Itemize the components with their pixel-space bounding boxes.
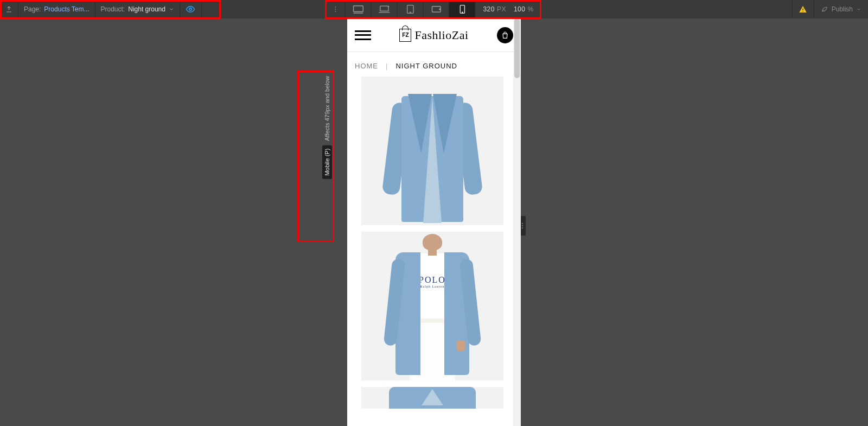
tablet-icon — [406, 4, 414, 14]
upload-icon — [5, 5, 12, 13]
desktop-icon — [352, 5, 364, 14]
canvas-zoom: 100 — [514, 5, 526, 13]
breadcrumb-separator: | — [386, 62, 388, 70]
publish-label: Publish — [832, 5, 853, 13]
eye-icon — [186, 4, 195, 14]
rocket-icon — [821, 5, 828, 13]
canvas-width-unit: PX — [497, 5, 506, 13]
page-value: Products Tem... — [44, 5, 89, 13]
cardigan-illustration — [386, 90, 478, 225]
breadcrumb-current: NIGHT GROUND — [395, 62, 457, 70]
publish-button[interactable]: Publish — [814, 0, 868, 18]
canvas: FZ FashlioZai HOME | NIGHT GROUND — [0, 18, 868, 426]
svg-rect-4 — [353, 6, 363, 12]
product-image[interactable] — [361, 77, 503, 225]
product-image-list: POLORalph Lauren — [347, 77, 521, 425]
designer-topbar: Page: Products Tem... Product: Night gro… — [0, 0, 868, 18]
laptop-icon — [378, 5, 390, 14]
bag-icon — [501, 31, 509, 40]
brand[interactable]: FZ FashlioZai — [399, 28, 468, 42]
device-desktop-button[interactable] — [344, 0, 371, 18]
topbar-left: Page: Products Tem... Product: Night gro… — [0, 0, 202, 18]
device-preview: FZ FashlioZai HOME | NIGHT GROUND — [347, 18, 521, 426]
svg-point-7 — [410, 12, 410, 12]
dots-vertical-icon — [331, 5, 339, 13]
canvas-width: 320 — [483, 5, 495, 13]
export-button[interactable] — [0, 0, 18, 18]
preview-toggle[interactable] — [180, 0, 202, 18]
device-tablet-landscape-button[interactable] — [423, 0, 449, 18]
page-label: Page: — [24, 5, 41, 13]
device-mobile-button[interactable] — [449, 0, 475, 18]
svg-point-3 — [335, 11, 336, 12]
cart-button[interactable] — [497, 27, 513, 43]
breadcrumb-home[interactable]: HOME — [355, 62, 378, 70]
product-label: Product: — [101, 5, 125, 13]
svg-point-0 — [189, 8, 192, 11]
menu-button[interactable] — [355, 30, 371, 40]
product-image[interactable]: POLORalph Lauren — [361, 232, 503, 380]
device-tablet-button[interactable] — [397, 0, 423, 18]
svg-rect-13 — [802, 11, 803, 11]
svg-rect-5 — [380, 6, 388, 11]
product-selector[interactable]: Product: Night ground — [95, 0, 180, 18]
svg-point-1 — [335, 7, 336, 8]
tablet-landscape-icon — [431, 5, 442, 13]
product-value: Night ground — [128, 5, 165, 13]
svg-point-2 — [335, 9, 336, 10]
product-image[interactable] — [361, 387, 503, 409]
canvas-dimensions[interactable]: 320 PX 100 % — [475, 0, 541, 18]
breakpoint-menu-button[interactable] — [326, 0, 344, 18]
chevron-down-icon — [856, 7, 861, 12]
cardigan-illustration — [389, 387, 476, 409]
breakpoint-switcher: 320 PX 100 % — [326, 0, 541, 18]
svg-rect-12 — [802, 9, 803, 10]
chevron-down-icon — [169, 7, 174, 12]
topbar-right: Publish — [792, 0, 868, 18]
svg-point-11 — [462, 12, 462, 12]
site-header: FZ FashlioZai — [347, 18, 521, 52]
canvas-zoom-unit: % — [527, 5, 533, 13]
mobile-icon — [459, 4, 465, 14]
device-laptop-button[interactable] — [371, 0, 397, 18]
issues-button[interactable] — [792, 0, 814, 18]
brand-logo-icon: FZ — [399, 29, 411, 42]
svg-point-9 — [439, 9, 439, 9]
breadcrumb: HOME | NIGHT GROUND — [347, 52, 521, 77]
brand-name: FashlioZai — [414, 28, 468, 42]
preview-scrollbar[interactable] — [513, 18, 521, 426]
model-illustration: POLORalph Lauren — [378, 234, 487, 380]
page-selector[interactable]: Page: Products Tem... — [18, 0, 95, 18]
warning-icon — [799, 5, 807, 14]
